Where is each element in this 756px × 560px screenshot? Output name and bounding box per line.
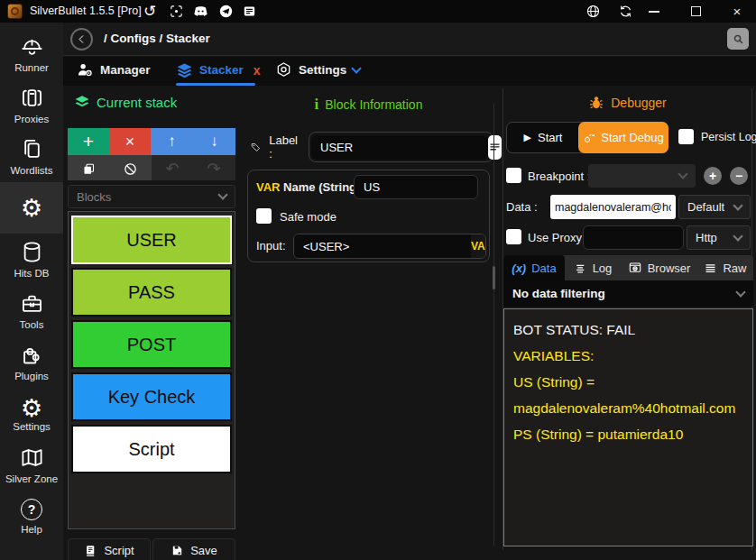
label-input[interactable]	[311, 135, 488, 160]
chevron-down-icon	[352, 63, 362, 73]
debug-view-tabs: (x) Data Log Browser Raw	[503, 255, 753, 280]
close-button[interactable]: ×	[722, 0, 752, 23]
breakpoint-remove-button[interactable]: −	[730, 167, 748, 185]
disable-block-icon[interactable]	[109, 155, 151, 182]
sidebar-item-help[interactable]: ? Help	[0, 491, 63, 542]
chevron-down-icon	[733, 231, 742, 241]
news-icon[interactable]	[240, 3, 258, 20]
stack-toolbar-row1: + × ↑ ↓	[68, 128, 235, 155]
sidebar-item-tools[interactable]: Tools	[0, 285, 63, 336]
debugger-header: Debugger	[503, 95, 751, 111]
breakpoint-dropdown[interactable]	[588, 164, 696, 188]
remove-block-button[interactable]: ×	[109, 128, 151, 155]
globe-icon[interactable]	[584, 3, 602, 20]
undo-icon[interactable]: ↶	[152, 155, 193, 182]
move-up-button[interactable]: ↑	[151, 128, 193, 155]
log-icon	[574, 262, 587, 275]
tab-stacker[interactable]: Stacker x	[176, 57, 261, 83]
script-icon	[84, 544, 97, 557]
move-down-button[interactable]: ↓	[193, 128, 235, 155]
discord-icon[interactable]	[191, 3, 209, 20]
variable-icon: (x)	[512, 262, 526, 275]
stack-block-pass[interactable]: PASS	[71, 268, 232, 317]
settings-icon	[275, 61, 292, 78]
save-button[interactable]: Save	[152, 538, 235, 560]
manager-icon	[77, 61, 94, 78]
variable-us-line: US (String) = magdalenovaleram%40hotmail…	[513, 369, 743, 421]
back-button[interactable]	[70, 28, 93, 50]
label-row: Label :	[244, 131, 493, 163]
sync-icon[interactable]	[616, 3, 634, 20]
proxy-type-dropdown[interactable]: Http	[687, 225, 751, 250]
sidebar-item-runner[interactable]: Runner	[0, 28, 63, 79]
lines-icon	[488, 141, 502, 154]
label-edit-button[interactable]	[488, 135, 502, 160]
safe-mode-checkbox[interactable]	[256, 208, 272, 224]
app-logo-icon	[7, 4, 23, 19]
stack-block-user[interactable]: USER	[71, 216, 232, 264]
breakpoint-add-button[interactable]: +	[704, 167, 722, 185]
stack-block-script[interactable]: Script	[71, 425, 232, 473]
block-input[interactable]	[294, 234, 471, 258]
tab-close-icon[interactable]: x	[254, 63, 261, 78]
breadcrumb-bar: / Configs / Stacker	[63, 23, 756, 56]
sidebar-item-wordlists[interactable]: Wordlists	[0, 131, 63, 182]
raw-icon	[704, 262, 717, 275]
sidebar-item-hits-db[interactable]: Hits DB	[0, 234, 63, 285]
start-debug-button[interactable]: Start Debug	[578, 122, 668, 153]
debug-output: BOT STATUS: FAIL VARIABLES: US (String) …	[503, 308, 753, 546]
gear-icon: ⚙	[21, 396, 42, 420]
sidebar-item-silver-zone[interactable]: Silver Zone	[0, 439, 63, 491]
data-filter-dropdown[interactable]: No data filtering	[503, 280, 753, 307]
tag-icon	[251, 140, 261, 155]
use-proxy-checkbox[interactable]	[506, 229, 521, 244]
panel-divider	[493, 104, 494, 546]
save-icon	[171, 544, 184, 557]
telegram-icon[interactable]	[217, 3, 235, 20]
add-block-button[interactable]: +	[68, 128, 109, 155]
blocks-dropdown[interactable]: Blocks	[68, 185, 235, 208]
stack-footer: Script Save	[68, 538, 235, 560]
scan-icon[interactable]	[167, 3, 185, 20]
data-input[interactable]	[550, 195, 676, 219]
breakpoint-checkbox[interactable]	[506, 168, 521, 183]
content-area: Current stack + × ↑ ↓ ↶ ↷ Blocks	[63, 86, 756, 560]
data-type-dropdown[interactable]: Default	[678, 195, 751, 219]
sidebar-item-plugins[interactable]: Plugins	[0, 336, 63, 388]
start-button[interactable]: ▶ Start	[507, 123, 579, 152]
history-icon[interactable]: ↺	[141, 3, 159, 20]
var-name-input[interactable]	[354, 175, 478, 199]
tab-log[interactable]: Log	[565, 255, 621, 280]
sidebar-item-proxies[interactable]: Proxies	[0, 79, 63, 131]
stack-list: USER PASS POST Key Check Script	[68, 211, 235, 529]
sidebar-item-settings[interactable]: ⚙ Settings	[0, 388, 63, 439]
tab-manager[interactable]: Manager	[77, 57, 151, 83]
tab-data[interactable]: (x) Data	[503, 255, 565, 280]
input-field-group: VAR	[293, 234, 486, 259]
tab-browser[interactable]: Browser	[621, 255, 697, 280]
stack-block-post[interactable]: POST	[71, 320, 232, 369]
variables-header-line: VARIABLES:	[513, 343, 743, 369]
sidebar-item-configs[interactable]: ⚙	[0, 182, 63, 234]
stack-toolbar-row2: ↶ ↷	[68, 155, 235, 180]
clone-block-icon[interactable]	[68, 155, 109, 182]
chevron-down-icon	[733, 200, 742, 210]
chevron-down-icon	[735, 287, 745, 297]
config-search-icon[interactable]	[727, 28, 749, 50]
scrollbar-thumb[interactable]	[493, 266, 495, 289]
play-icon: ▶	[524, 132, 531, 143]
maximize-button[interactable]	[680, 0, 711, 23]
label-field-group	[309, 132, 493, 162]
current-stack-header: Current stack	[74, 94, 177, 110]
var-badge-button[interactable]: VAR	[471, 234, 486, 258]
minimize-button[interactable]	[639, 0, 669, 23]
tab-raw[interactable]: Raw	[697, 255, 753, 280]
tab-settings[interactable]: Settings	[275, 57, 360, 83]
persist-log-checkbox[interactable]	[678, 129, 694, 144]
question-icon: ?	[21, 499, 42, 520]
gear-icon: ⚙	[21, 196, 42, 220]
redo-icon[interactable]: ↷	[193, 155, 235, 182]
stack-block-keycheck[interactable]: Key Check	[71, 372, 232, 421]
script-button[interactable]: Script	[68, 538, 151, 560]
proxy-input[interactable]	[583, 225, 684, 250]
